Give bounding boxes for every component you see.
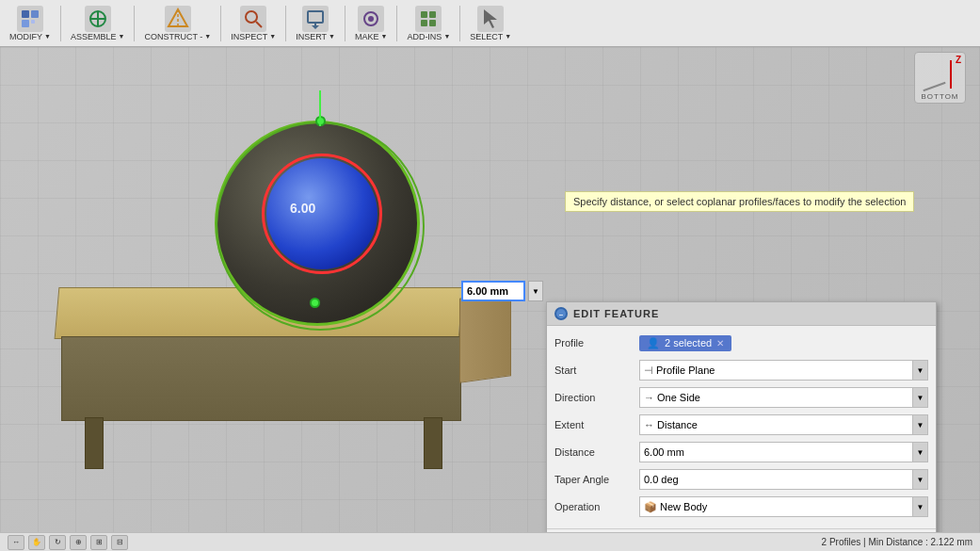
inspect-icon xyxy=(240,6,266,32)
operation-value: 📦 New Body ▼ xyxy=(639,496,928,517)
distance-input-overlay[interactable]: 6.00 mm ▼ xyxy=(461,281,543,301)
axis-z-label: Z xyxy=(956,55,961,65)
status-icon-move[interactable]: ↔ xyxy=(8,535,24,550)
taper-row: Taper Angle 0.0 deg ▼ xyxy=(554,468,928,491)
operation-icon: 📦 xyxy=(644,501,657,513)
toolbar-inspect[interactable]: INSPECT▼ xyxy=(225,4,281,43)
panel-header-icon: – xyxy=(554,307,568,320)
sphere-distance-label: 6.00 xyxy=(290,201,315,216)
axis-widget[interactable]: Z BOTTOM xyxy=(914,52,971,108)
direction-select-arrow[interactable]: ▼ xyxy=(912,387,927,408)
extent-label: Extent xyxy=(554,419,639,430)
toolbar-select[interactable]: SELECT▼ xyxy=(464,4,517,43)
toolbar-modify[interactable]: MODIFY▼ xyxy=(4,4,56,43)
axis-x-line xyxy=(923,82,945,91)
start-select[interactable]: ⊣ Profile Plane ▼ xyxy=(639,360,928,381)
main-area: 6.00 6.00 mm ▼ Specify distance, or sele… xyxy=(0,47,980,532)
direction-row: Direction → One Side ▼ xyxy=(554,386,928,409)
sep-5 xyxy=(345,6,345,41)
start-label: Start xyxy=(554,365,639,376)
distance-text: 6.00 mm xyxy=(640,446,912,458)
operation-select[interactable]: 📦 New Body ▼ xyxy=(639,496,928,517)
toolbar-addins[interactable]: ADD-INS▼ xyxy=(401,4,456,43)
status-icon-grid[interactable]: ⊟ xyxy=(111,535,128,550)
viewport[interactable]: 6.00 6.00 mm ▼ Specify distance, or sele… xyxy=(0,47,980,532)
direction-select[interactable]: → One Side ▼ xyxy=(639,387,928,408)
operation-label: Operation xyxy=(554,501,639,512)
modify-icon xyxy=(17,6,43,32)
operation-select-arrow[interactable]: ▼ xyxy=(912,496,927,517)
sphere-blue-area: 6.00 xyxy=(266,158,378,269)
sep-2 xyxy=(134,6,135,41)
svg-rect-0 xyxy=(22,10,29,18)
assemble-label: ASSEMBLE▼ xyxy=(71,32,124,41)
taper-input-field[interactable]: 0.0 deg ▼ xyxy=(639,469,928,490)
svg-point-9 xyxy=(246,11,257,23)
extent-select-arrow[interactable]: ▼ xyxy=(912,414,927,435)
table-leg-left xyxy=(85,417,104,469)
addins-label: ADD-INS▼ xyxy=(407,32,450,41)
svg-line-10 xyxy=(256,22,262,27)
toolbar-insert[interactable]: INSERT▼ xyxy=(290,4,341,43)
status-icon-pan[interactable]: ✋ xyxy=(28,535,45,550)
status-icon-orbit[interactable]: ↻ xyxy=(49,535,66,550)
status-icon-zoom[interactable]: ⊕ xyxy=(70,535,87,550)
hint-tooltip: Specify distance, or select coplanar pro… xyxy=(565,191,914,212)
toolbar-make[interactable]: MAKE▼ xyxy=(349,4,393,43)
edit-feature-panel: – EDIT FEATURE Profile 👤 2 selected ✕ xyxy=(546,301,937,532)
distance-input-field[interactable]: 6.00 mm ▼ xyxy=(639,442,928,462)
status-profile-count: 2 Profiles | Min Distance : 2.122 mm xyxy=(822,537,972,547)
direction-select-text: → One Side xyxy=(640,392,912,403)
profile-selected-button[interactable]: 👤 2 selected ✕ xyxy=(639,335,731,351)
profile-person-icon: 👤 xyxy=(647,337,660,349)
svg-rect-11 xyxy=(308,11,323,23)
make-label: MAKE▼ xyxy=(355,32,387,41)
status-icons: ↔ ✋ ↻ ⊕ ⊞ ⊟ xyxy=(8,535,128,550)
taper-field-arrow[interactable]: ▼ xyxy=(912,469,927,490)
svg-rect-16 xyxy=(421,11,427,18)
extent-icon: ↔ xyxy=(644,419,654,430)
inspect-label: INSPECT▼ xyxy=(231,32,276,41)
extent-row: Extent ↔ Distance ▼ xyxy=(554,413,928,436)
toolbar-construct[interactable]: CONSTRUCT -▼ xyxy=(138,4,217,43)
profile-clear-button[interactable]: ✕ xyxy=(716,338,724,348)
axis-face-label: BOTTOM xyxy=(915,92,965,101)
distance-row: Distance 6.00 mm ▼ xyxy=(554,441,928,463)
operation-select-text: 📦 New Body xyxy=(640,501,912,513)
panel-header: – EDIT FEATURE xyxy=(547,302,936,326)
sep-3 xyxy=(220,6,221,41)
distance-input[interactable]: 6.00 mm xyxy=(461,281,525,301)
sphere-body: 6.00 xyxy=(215,121,420,326)
extent-select[interactable]: ↔ Distance ▼ xyxy=(639,414,928,435)
svg-point-15 xyxy=(368,16,374,22)
distance-field-arrow[interactable]: ▼ xyxy=(912,442,927,462)
construct-icon xyxy=(165,6,191,32)
insert-icon xyxy=(302,6,329,32)
assemble-icon xyxy=(85,6,111,32)
start-icon: ⊣ xyxy=(644,365,653,377)
toolbar: MODIFY▼ ASSEMBLE▼ CONSTRUCT -▼ INSPECT▼ xyxy=(0,0,980,47)
svg-rect-18 xyxy=(421,20,427,26)
distance-field-value: 6.00 mm ▼ xyxy=(639,442,928,462)
taper-field-value: 0.0 deg ▼ xyxy=(639,469,928,490)
status-icon-display[interactable]: ⊞ xyxy=(90,535,107,550)
svg-marker-13 xyxy=(312,25,319,29)
sphere-red-ring xyxy=(262,154,382,274)
start-select-arrow[interactable]: ▼ xyxy=(912,360,927,381)
toolbar-assemble[interactable]: ASSEMBLE▼ xyxy=(65,4,130,43)
axis-cube[interactable]: Z BOTTOM xyxy=(914,52,966,104)
construct-label: CONSTRUCT -▼ xyxy=(144,32,211,41)
distance-dropdown-button[interactable]: ▼ xyxy=(528,281,543,301)
platform-side xyxy=(459,291,511,383)
svg-marker-20 xyxy=(484,9,497,28)
taper-label: Taper Angle xyxy=(554,474,639,485)
profile-label: Profile xyxy=(554,337,639,348)
table-leg-right xyxy=(424,417,442,469)
direction-label: Direction xyxy=(554,392,639,403)
direction-icon: → xyxy=(644,392,654,403)
start-value: ⊣ Profile Plane ▼ xyxy=(639,360,928,381)
platform-front xyxy=(61,336,461,421)
status-bar: ↔ ✋ ↻ ⊕ ⊞ ⊟ 2 Profiles | Min Distance : … xyxy=(0,532,980,551)
taper-text: 0.0 deg xyxy=(640,474,912,485)
panel-footer: OK Cancel xyxy=(547,528,936,532)
